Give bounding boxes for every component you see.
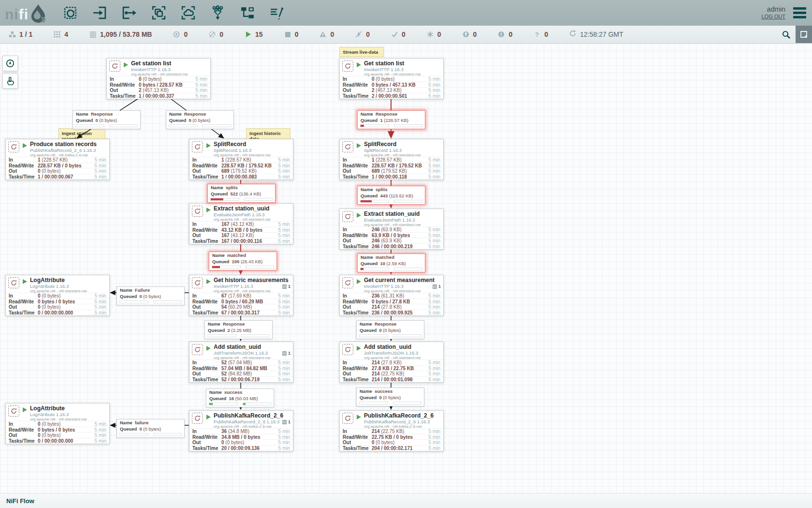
status-invalid-count: 0 (319, 30, 334, 38)
processor-stat-row: Tasks/Time0 / 00:00:00.0005 min (6, 310, 109, 315)
processor-bundle: org.apache.nifi - nifi-standard-nar (214, 289, 289, 293)
canvas-label[interactable]: Stream live-data (339, 47, 384, 57)
search-button[interactable] (776, 26, 796, 43)
cluster-icon (9, 31, 16, 38)
queue-percent-bars (117, 432, 184, 437)
running-status-icon (23, 279, 27, 284)
processor-stat-row: Tasks/Time20 / 00:00:09.1365 min (189, 445, 293, 451)
logout-link[interactable]: LOG OUT (761, 13, 785, 20)
connection-label[interactable]: NameResponse Queued0 (0 bytes) (72, 110, 141, 129)
processor-bundle: org.apache.nifi - nifi-standard-nar (364, 72, 421, 76)
processor-type: JoltTransformJSON 1.16.3 (364, 350, 421, 356)
processor-node[interactable]: Get station list InvokeHTTP 1.16.3 org.a… (339, 58, 444, 99)
processor-node[interactable]: Get historic measurements InvokeHTTP 1.1… (189, 275, 293, 316)
refresh-icon[interactable] (569, 30, 580, 39)
connection-label[interactable]: Namesuccess Queued0 (0 bytes) (356, 388, 424, 406)
label-component-icon[interactable] (266, 3, 287, 23)
processor-stat-row: Out0 (0 bytes)5 min (340, 439, 443, 445)
queue-percent-bars (357, 401, 424, 406)
active-threads-badge: 1 (282, 351, 290, 356)
connection-label[interactable]: Namesplits Queued522 (136.4 KB) (207, 184, 276, 203)
processor-node[interactable]: LogAttribute LogAttribute 1.16.3 org.apa… (5, 275, 110, 316)
processor-type: SplitRecord 1.16.3 (364, 148, 421, 153)
running-status-icon (357, 62, 361, 67)
processor-node[interactable]: Get current measurement InvokeHTTP 1.16.… (339, 275, 444, 316)
queue-percent-bars (358, 267, 425, 272)
connection-label[interactable]: Namematched Queued100 (25.43 KB) (209, 252, 277, 270)
active-threads-badge: 1 (282, 284, 290, 289)
processor-node[interactable]: PublishKafkaRecord_2_6 PublishKafkaRecor… (339, 410, 444, 451)
processor-bundle: org.apache.nifi - nifi-standard-nar (214, 356, 271, 360)
processor-stat-row: Read/Write0 bytes / 27.8 KB5 min (340, 299, 443, 304)
processor-node[interactable]: Add station_uuid JoltTransformJSON 1.16.… (339, 342, 444, 383)
status-cluster-count: 1 / 1 (9, 30, 32, 38)
queue-percent-bars (358, 123, 425, 129)
output-port-component-icon[interactable] (118, 3, 140, 23)
processor-node[interactable]: Get station list InvokeHTTP 1.16.3 org.a… (106, 58, 211, 99)
processor-stat-row: Read/Write228.57 KB / 0 bytes5 min (6, 163, 109, 168)
svg-text:?: ? (535, 31, 539, 38)
locally-modified-icon (427, 31, 434, 38)
connection-label[interactable]: NameResponse Queued1 (228.57 KB) (357, 110, 425, 129)
process-group-component-icon[interactable] (148, 3, 169, 23)
component-toolbar (59, 3, 295, 23)
processor-name: Add station_uuid (364, 344, 421, 350)
connection-label[interactable]: NameResponse Queued2 (3.25 MB) (204, 320, 273, 339)
connection-label[interactable]: NameResponse Queued0 (0 bytes) (166, 110, 234, 129)
processor-type: LogAttribute 1.16.3 (30, 284, 87, 289)
remote-process-group-component-icon[interactable] (177, 3, 199, 23)
global-menu-button[interactable] (793, 7, 806, 18)
processor-stat-row: Read/Write228.57 KB / 179.52 KB5 min (189, 163, 293, 168)
processor-stat-row: In0 (0 bytes)5 min (107, 76, 210, 82)
processor-icon (109, 60, 120, 72)
processor-icon (342, 413, 353, 424)
active-threads-badge: 1 (433, 284, 441, 289)
processor-name: Extract station_uuid (214, 206, 271, 212)
breadcrumb-nifi-flow[interactable]: NiFi Flow (6, 497, 34, 505)
operate-palette-toggle[interactable] (2, 73, 18, 89)
processor-stat-row: Tasks/Time67 / 00:00:30.3175 min (189, 310, 293, 315)
processor-stat-row: In0 (0 bytes)5 min (6, 293, 109, 299)
status-stopped-count: 0 (284, 30, 299, 38)
connection-label[interactable]: NameResponse Queued0 (0 bytes) (356, 320, 424, 339)
template-component-icon[interactable] (236, 3, 258, 23)
processor-bundle: org.apache.nifi - nifi-standard-nar (30, 417, 87, 421)
processor-name: Get station list (131, 60, 188, 67)
status-not-transmitting-count: 0 (209, 30, 223, 38)
processor-node[interactable]: Extract station_uuid EvaluateJsonPath 1.… (339, 209, 444, 250)
processor-node[interactable]: LogAttribute LogAttribute 1.16.3 org.apa… (5, 403, 110, 444)
processor-component-icon[interactable] (59, 3, 81, 23)
processor-bundle: org.apache.nifi - nifi-kafka-2-6-nar (214, 424, 283, 429)
connection-label[interactable]: Namefailure Queued0 (0 bytes) (116, 419, 185, 438)
connection-label[interactable]: Namesuccess Queued16 (50.03 MB) (206, 388, 274, 407)
processor-stat-row: In167 (43.12 KB)5 min (189, 221, 293, 227)
funnel-component-icon[interactable] (207, 3, 228, 23)
breadcrumb-bar: NiFi Flow (0, 493, 812, 508)
status-queued-count: 1,095 / 53.78 MB (89, 30, 152, 38)
processor-node[interactable]: SplitRecord SplitRecord 1.16.3 org.apach… (339, 139, 444, 180)
processor-name: Add station_uuid (214, 344, 271, 350)
processor-stat-row: Out54 (60.29 MB)5 min (189, 304, 293, 310)
processor-stat-row: Read/Write228.57 KB / 179.52 KB5 min (340, 163, 443, 168)
input-port-component-icon[interactable] (89, 3, 110, 23)
processor-name: LogAttribute (30, 277, 87, 284)
processor-node[interactable]: SplitRecord SplitRecord 1.16.3 org.apach… (189, 139, 293, 180)
processor-name: Get station list (364, 60, 421, 67)
processor-stat-row: Read/Write0 bytes / 457.13 KB5 min (340, 82, 443, 88)
connection-label[interactable]: NameFailure Queued0 (0 bytes) (116, 286, 185, 305)
queue-percent-bars (166, 123, 233, 129)
processor-node[interactable]: PublishKafkaRecord_2_6 PublishKafkaRecor… (189, 410, 293, 451)
connection-label[interactable]: Namematched Queued10 (2.59 KB) (357, 254, 425, 272)
processor-stat-row: Out0 (0 bytes)5 min (6, 432, 109, 438)
last-refresh-time: 12:58:27 GMT (569, 30, 624, 39)
processor-stat-row: Out214 (27.8 KB)5 min (340, 304, 443, 310)
processor-node[interactable]: Add station_uuid JoltTransformJSON 1.16.… (189, 342, 293, 383)
processor-icon (8, 141, 19, 152)
processor-name: Get current measurement (364, 277, 435, 284)
queue-percent-bars (209, 265, 276, 270)
processor-node[interactable]: Extract station_uuid EvaluateJsonPath 1.… (189, 203, 293, 244)
processor-node[interactable]: Produce station records PublishKafkaReco… (5, 139, 110, 180)
navigate-palette-toggle[interactable] (2, 56, 18, 71)
birdseye-panel-toggle-button[interactable] (796, 26, 812, 43)
connection-label[interactable]: Namesplits Queued443 (115.62 KB) (357, 186, 425, 205)
